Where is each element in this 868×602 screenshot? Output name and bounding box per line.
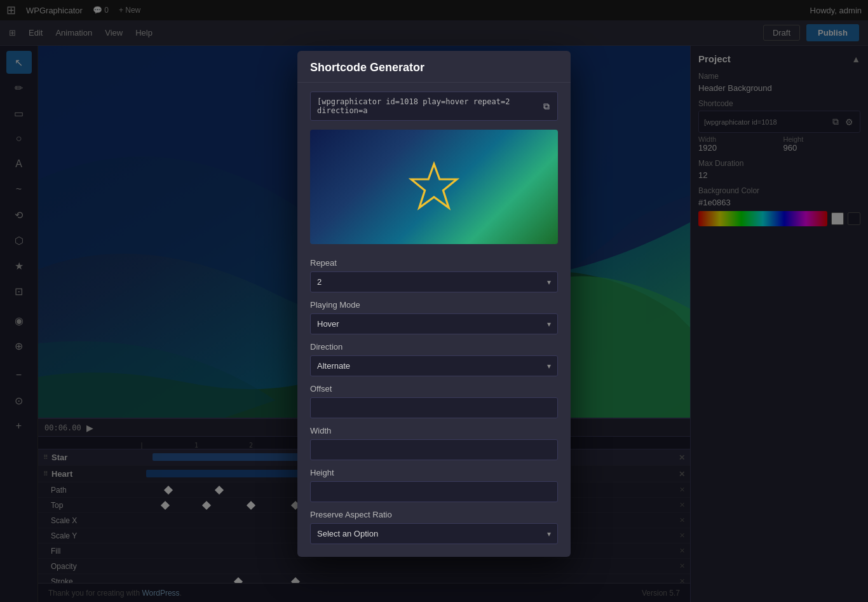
playing-mode-chevron: ▾ [547,320,551,329]
playing-mode-value: Hover [317,319,339,329]
direction-value: Alternate [317,361,350,371]
repeat-chevron: ▾ [547,278,551,287]
width-label: Width [310,426,558,435]
modal-shortcode-bar: [wpgraphicator id=1018 play=hover repeat… [310,92,558,121]
shortcode-modal: Shortcode Generator [wpgraphicator id=10… [297,51,571,557]
direction-chevron: ▾ [547,362,551,371]
svg-marker-1 [411,164,457,208]
repeat-label: Repeat [310,258,558,268]
preserve-aspect-value: Select an Option [317,529,378,538]
preserve-aspect-select[interactable]: Select an Option ▾ [310,523,558,544]
modal-copy-button[interactable]: ⧉ [542,100,551,113]
modal-overlay[interactable]: Shortcode Generator [wpgraphicator id=10… [0,0,868,602]
preserve-aspect-label: Preserve Aspect Ratio [310,510,558,519]
offset-label: Offset [310,384,558,393]
height-label: Height [310,468,558,477]
repeat-value: 2 [317,277,322,287]
modal-preview [310,130,558,244]
height-input[interactable] [310,481,558,502]
preserve-aspect-chevron: ▾ [547,530,551,538]
playing-mode-label: Playing Mode [310,300,558,310]
direction-select[interactable]: Alternate ▾ [310,355,558,376]
modal-shortcode-text: [wpgraphicator id=1018 play=hover repeat… [317,97,542,115]
offset-input[interactable] [310,397,558,418]
playing-mode-select[interactable]: Hover ▾ [310,313,558,334]
direction-label: Direction [310,342,558,352]
star-preview-icon [409,161,459,212]
modal-title: Shortcode Generator [310,61,424,74]
repeat-select[interactable]: 2 ▾ [310,271,558,292]
width-input[interactable] [310,439,558,460]
modal-repeat-section: Repeat 2 ▾ Playing Mode Hover ▾ Directio… [297,253,571,557]
modal-header: Shortcode Generator [297,51,571,83]
